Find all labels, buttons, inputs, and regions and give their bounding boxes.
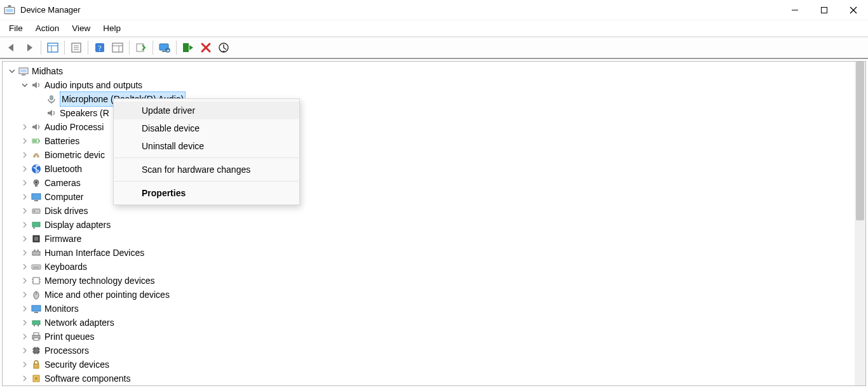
fingerprint-icon	[31, 149, 42, 161]
tree-node-keyboards[interactable]: Keyboards	[5, 260, 865, 274]
context-menu-scan-hardware[interactable]: Scan for hardware changes	[114, 161, 299, 178]
svg-rect-37	[32, 194, 41, 199]
svg-rect-31	[39, 140, 40, 142]
network-icon	[31, 317, 42, 328]
menu-file[interactable]: File	[3, 22, 29, 35]
tree-node-print-queues[interactable]: Print queues	[5, 330, 865, 344]
twisty-none	[36, 95, 44, 104]
show-hide-console-tree-button[interactable]	[44, 39, 62, 57]
chevron-down-icon[interactable]	[8, 67, 17, 76]
hid-icon	[31, 247, 42, 258]
context-menu-uninstall-device[interactable]: Uninstall device	[114, 137, 299, 155]
tree-node-label: Computer	[44, 190, 83, 204]
chevron-down-icon[interactable]	[20, 81, 29, 90]
menu-view[interactable]: View	[65, 22, 97, 35]
chevron-right-icon[interactable]	[20, 248, 29, 257]
tree-node-monitors[interactable]: Monitors	[5, 302, 865, 316]
tree-node-display-adapters[interactable]: Display adapters	[5, 218, 865, 232]
tree-node-mice[interactable]: Mice and other pointing devices	[5, 288, 865, 302]
svg-rect-64	[34, 333, 39, 335]
chevron-right-icon[interactable]	[20, 220, 29, 229]
chevron-right-icon[interactable]	[20, 123, 29, 131]
tree-root[interactable]: Midhats	[5, 64, 865, 78]
tree-node-audio-io[interactable]: Audio inputs and outputs	[5, 78, 865, 92]
tree-node-label: Cameras	[44, 176, 81, 190]
chevron-right-icon[interactable]	[20, 164, 29, 173]
chevron-right-icon[interactable]	[20, 360, 29, 369]
tree-node-network[interactable]: Network adapters	[5, 316, 865, 330]
chevron-right-icon[interactable]	[20, 151, 29, 159]
tree-node-memory-tech[interactable]: Memory technology devices	[5, 274, 865, 288]
context-menu-properties[interactable]: Properties	[114, 184, 299, 202]
chevron-right-icon[interactable]	[20, 276, 29, 285]
tree-node-hid[interactable]: Human Interface Devices	[5, 246, 865, 260]
scan-hardware-button[interactable]	[156, 39, 173, 57]
tree-node-security-devices[interactable]: Security devices	[5, 358, 865, 371]
context-menu-separator	[114, 181, 299, 182]
close-button[interactable]	[839, 0, 868, 20]
svg-rect-36	[35, 185, 37, 187]
tree-node-label: Processors	[44, 344, 89, 358]
help-button[interactable]: ?	[91, 39, 109, 57]
chevron-right-icon[interactable]	[20, 192, 29, 201]
tree-node-disk-drives[interactable]: Disk drives	[5, 204, 865, 218]
svg-rect-26	[20, 69, 27, 72]
minimize-button[interactable]	[780, 0, 810, 20]
tree-node-label: Mice and other pointing devices	[44, 288, 170, 302]
context-menu-disable-device[interactable]: Disable device	[114, 119, 299, 137]
menu-action[interactable]: Action	[29, 22, 66, 35]
svg-rect-65	[34, 338, 39, 340]
tree-node-label: Biometric devic	[44, 148, 105, 162]
tree-node-label: Keyboards	[44, 260, 87, 274]
nav-back-button[interactable]	[3, 39, 20, 57]
software-component-icon	[31, 373, 42, 384]
vertical-scrollbar[interactable]	[855, 62, 865, 385]
tree-node-processors[interactable]: Processors	[5, 344, 865, 358]
tree-node-software-components[interactable]: Software components	[5, 371, 865, 385]
chevron-right-icon[interactable]	[20, 137, 29, 145]
tree-node-label: Print queues	[44, 330, 95, 344]
properties-button[interactable]	[67, 39, 85, 57]
speaker-icon	[31, 121, 42, 133]
action-pane-button[interactable]	[109, 39, 126, 57]
chevron-right-icon[interactable]	[20, 206, 29, 215]
svg-rect-42	[33, 227, 35, 229]
svg-rect-75	[34, 364, 39, 368]
chevron-right-icon[interactable]	[20, 346, 29, 355]
chevron-right-icon[interactable]	[20, 178, 29, 187]
svg-rect-58	[32, 305, 41, 311]
chevron-right-icon[interactable]	[20, 332, 29, 341]
chevron-right-icon[interactable]	[20, 304, 29, 313]
disable-device-button[interactable]	[215, 39, 233, 57]
svg-rect-28	[50, 95, 53, 100]
tree-node-label: Firmware	[44, 232, 81, 246]
chevron-right-icon[interactable]	[20, 290, 29, 299]
monitor-icon	[31, 303, 42, 314]
maximize-button[interactable]	[810, 0, 839, 20]
speaker-icon	[46, 107, 57, 119]
svg-rect-51	[33, 278, 39, 284]
svg-rect-44	[34, 237, 38, 241]
enable-device-button[interactable]	[179, 39, 197, 57]
scrollbar-thumb[interactable]	[856, 62, 864, 220]
toolbar-separator	[153, 41, 153, 55]
context-menu: Update driver Disable device Uninstall d…	[113, 98, 300, 205]
display-adapter-icon	[31, 219, 42, 231]
chevron-right-icon[interactable]	[20, 262, 29, 271]
context-menu-update-driver[interactable]: Update driver	[114, 102, 299, 119]
client-area: Midhats Audio inputs and outputs Microph…	[0, 58, 868, 388]
uninstall-device-button[interactable]	[197, 39, 215, 57]
chevron-right-icon[interactable]	[20, 318, 29, 327]
svg-rect-59	[34, 312, 38, 313]
tree-node-label: Display adapters	[44, 218, 111, 232]
chevron-right-icon[interactable]	[20, 374, 29, 383]
chevron-right-icon[interactable]	[20, 234, 29, 243]
svg-rect-60	[32, 321, 40, 324]
twisty-none	[36, 109, 44, 117]
nav-forward-button[interactable]	[20, 39, 38, 57]
tree-node-label: Batteries	[44, 134, 79, 148]
tree-node-label: Memory technology devices	[44, 274, 155, 288]
menu-help[interactable]: Help	[97, 22, 127, 35]
tree-node-firmware[interactable]: Firmware	[5, 232, 865, 246]
update-driver-button[interactable]	[132, 39, 150, 57]
